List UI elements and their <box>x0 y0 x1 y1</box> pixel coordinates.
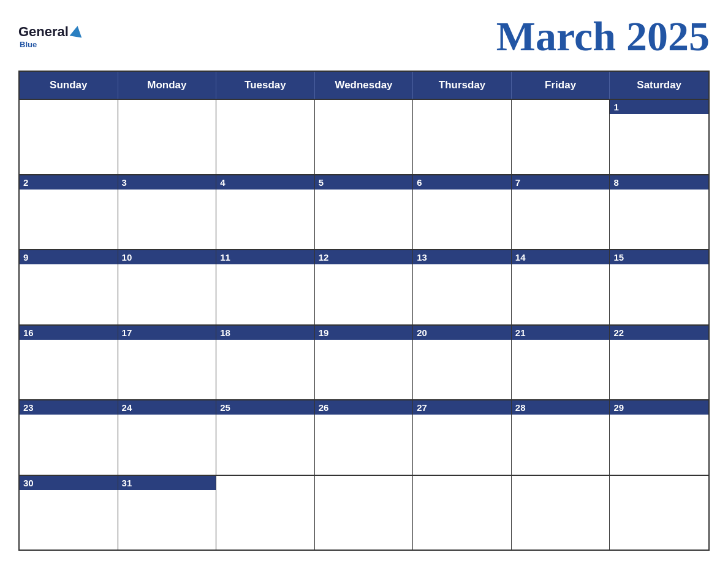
day-cell[interactable]: . <box>216 476 315 550</box>
day-number: 20 <box>413 326 511 340</box>
week-4: 16171819202122 <box>20 324 708 400</box>
day-number: 26 <box>315 400 413 415</box>
day-number: . <box>118 100 216 114</box>
day-number: . <box>512 100 610 114</box>
header: General Blue March 2025 <box>18 12 710 61</box>
header-sunday: Sunday <box>20 72 118 99</box>
header-wednesday: Wednesday <box>315 72 414 99</box>
day-number: 17 <box>118 326 216 340</box>
day-cell[interactable]: 25 <box>216 400 315 475</box>
day-cell[interactable]: 6 <box>413 175 512 250</box>
day-cell[interactable]: 22 <box>610 326 708 400</box>
day-cell[interactable]: . <box>512 100 610 174</box>
day-cell[interactable]: 29 <box>610 400 708 475</box>
day-number: 30 <box>20 476 118 490</box>
header-thursday: Thursday <box>413 72 512 99</box>
day-cell[interactable]: 28 <box>512 400 610 475</box>
day-number: 16 <box>20 326 118 340</box>
day-number: 19 <box>315 326 413 340</box>
day-number: . <box>315 476 413 490</box>
calendar-body: ......1234567891011121314151617181920212… <box>20 99 708 550</box>
day-number: 1 <box>610 100 708 114</box>
day-cell[interactable]: 26 <box>315 400 414 475</box>
day-number: 28 <box>512 400 610 415</box>
day-cell[interactable]: 12 <box>315 250 414 324</box>
day-cell[interactable]: 23 <box>20 400 118 475</box>
day-number: 29 <box>610 400 708 415</box>
day-cell[interactable]: 14 <box>512 250 610 324</box>
calendar-header: Sunday Monday Tuesday Wednesday Thursday… <box>20 72 708 99</box>
day-number: 3 <box>118 175 216 190</box>
logo-triangle-icon <box>70 25 84 37</box>
day-cell[interactable]: 27 <box>413 400 512 475</box>
day-cell[interactable]: 5 <box>315 175 414 250</box>
day-cell[interactable]: 11 <box>216 250 315 324</box>
day-number: . <box>216 476 314 490</box>
day-cell[interactable]: . <box>512 476 610 550</box>
day-number: . <box>413 100 511 114</box>
day-cell[interactable]: 3 <box>118 175 217 250</box>
day-number: 25 <box>216 400 314 415</box>
day-cell[interactable]: 24 <box>118 400 217 475</box>
header-monday: Monday <box>118 72 217 99</box>
day-number: 14 <box>512 250 610 264</box>
day-cell[interactable]: 21 <box>512 326 610 400</box>
day-cell[interactable]: 20 <box>413 326 512 400</box>
day-cell[interactable]: 17 <box>118 326 217 400</box>
day-number: 23 <box>20 400 118 415</box>
page: General Blue March 2025 Sunday Monday Tu… <box>0 0 728 563</box>
day-number: 12 <box>315 250 413 264</box>
day-number: . <box>413 476 511 490</box>
day-cell[interactable]: . <box>216 100 315 174</box>
day-cell[interactable]: 9 <box>20 250 118 324</box>
month-title: March 2025 <box>496 12 710 61</box>
day-number: 27 <box>413 400 511 415</box>
header-friday: Friday <box>512 72 610 99</box>
day-number: . <box>610 476 708 490</box>
day-cell[interactable]: 18 <box>216 326 315 400</box>
logo-general-text: General <box>18 24 69 40</box>
day-cell[interactable]: 10 <box>118 250 217 324</box>
day-number: 10 <box>118 250 216 264</box>
day-number: . <box>216 100 314 114</box>
day-cell[interactable]: 31 <box>118 476 217 550</box>
day-number: 4 <box>216 175 314 190</box>
day-cell[interactable]: . <box>413 476 512 550</box>
header-tuesday: Tuesday <box>216 72 315 99</box>
day-cell[interactable]: 30 <box>20 476 118 550</box>
week-2: 2345678 <box>20 174 708 250</box>
logo: General Blue <box>18 24 83 49</box>
day-cell[interactable]: 7 <box>512 175 610 250</box>
day-cell[interactable]: 1 <box>610 100 708 174</box>
day-cell[interactable]: . <box>118 100 217 174</box>
day-cell[interactable]: 13 <box>413 250 512 324</box>
day-cell[interactable]: 2 <box>20 175 118 250</box>
day-number: 6 <box>413 175 511 190</box>
calendar: Sunday Monday Tuesday Wednesday Thursday… <box>18 71 710 551</box>
day-cell[interactable]: . <box>315 476 414 550</box>
day-cell[interactable]: . <box>315 100 414 174</box>
day-number: 22 <box>610 326 708 340</box>
logo-text: General <box>18 24 83 40</box>
day-cell[interactable]: 4 <box>216 175 315 250</box>
day-cell[interactable]: . <box>20 100 118 174</box>
day-number: . <box>512 476 610 490</box>
logo-blue-text: Blue <box>20 40 37 49</box>
day-number: 21 <box>512 326 610 340</box>
day-cell[interactable]: 16 <box>20 326 118 400</box>
day-number: 18 <box>216 326 314 340</box>
day-cell[interactable]: 15 <box>610 250 708 324</box>
day-number: 13 <box>413 250 511 264</box>
day-number: 24 <box>118 400 216 415</box>
day-number: 9 <box>20 250 118 264</box>
day-number: 11 <box>216 250 314 264</box>
day-number: 7 <box>512 175 610 190</box>
header-saturday: Saturday <box>610 72 708 99</box>
day-cell[interactable]: . <box>610 476 708 550</box>
day-cell[interactable]: 19 <box>315 326 414 400</box>
day-number: . <box>20 100 118 114</box>
day-cell[interactable]: . <box>413 100 512 174</box>
day-number: 2 <box>20 175 118 190</box>
day-number: 5 <box>315 175 413 190</box>
day-cell[interactable]: 8 <box>610 175 708 250</box>
